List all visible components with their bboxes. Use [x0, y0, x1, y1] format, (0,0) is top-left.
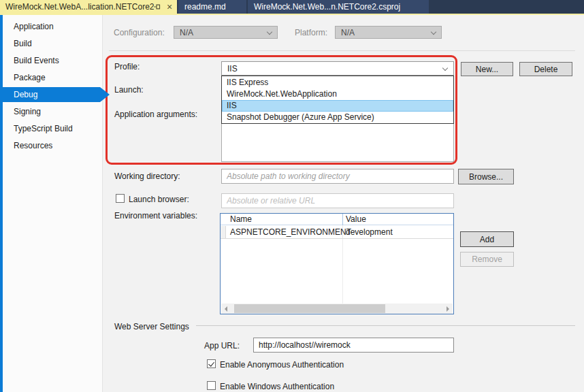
env-name-cell[interactable]: ASPNETCORE_ENVIRONMENT — [230, 226, 351, 238]
horizontal-scrollbar[interactable] — [221, 304, 453, 314]
add-button[interactable]: Add — [460, 231, 514, 247]
sidebar-item-resources[interactable]: Resources — [0, 138, 100, 153]
tab-label: WireMock.Net.WebA...lication.NETCore2 — [5, 2, 155, 12]
sidebar-item-label: Build — [14, 39, 32, 48]
configuration-label: Configuration: — [114, 28, 165, 37]
scrollbar-thumb[interactable] — [234, 304, 385, 313]
launch-label: Launch: — [114, 85, 144, 95]
profile-label: Profile: — [114, 62, 140, 71]
anonymous-auth-checkbox[interactable] — [207, 359, 216, 368]
working-directory-input[interactable] — [221, 169, 454, 184]
tab-bar-underline — [0, 14, 584, 15]
sidebar-item-typescript-build[interactable]: TypeScript Build — [0, 121, 100, 136]
tab-readme[interactable]: readme.md — [178, 0, 246, 14]
chevron-down-icon — [431, 29, 436, 35]
properties-nav-sidebar: Application Build Build Events Package D… — [0, 15, 103, 392]
sidebar-item-build-events[interactable]: Build Events — [0, 53, 100, 68]
environment-variables-label: Environment variables: — [114, 211, 197, 220]
sidebar-item-label: Signing — [14, 107, 41, 116]
configuration-value: N/A — [180, 28, 193, 37]
environment-variables-table: Name Value ASPNETCORE_ENVIRONMENT develo… — [220, 213, 454, 314]
launch-browser-url-input[interactable] — [221, 193, 454, 208]
sidebar-item-debug[interactable]: Debug — [0, 87, 100, 102]
button-label: Delete — [534, 65, 558, 74]
scroll-left-icon[interactable] — [221, 304, 231, 314]
profile-value: IIS — [227, 64, 238, 74]
option-label: Snapshot Debugger (Azure App Service) — [227, 112, 374, 122]
delete-button[interactable]: Delete — [519, 62, 572, 76]
sidebar-item-label: Application — [14, 22, 54, 31]
dropdown-option-snapshot-debugger[interactable]: Snapshot Debugger (Azure App Service) — [222, 112, 453, 123]
sidebar-item-label: Package — [14, 73, 46, 82]
new-button[interactable]: New... — [461, 62, 513, 76]
env-value-cell[interactable]: development — [346, 226, 393, 238]
table-row[interactable]: ASPNETCORE_ENVIRONMENT development — [221, 226, 453, 239]
check-icon — [208, 360, 214, 366]
tab-label: WireMock.Net.Web...n.NETCore2.csproj — [254, 2, 400, 12]
option-label: IIS — [227, 101, 237, 110]
dropdown-option-webapplication[interactable]: WireMock.Net.WebApplication — [222, 88, 453, 99]
platform-value: N/A — [341, 28, 355, 37]
sidebar-item-label: Debug — [14, 90, 37, 99]
web-server-settings-label: Web Server Settings — [114, 322, 189, 331]
windows-auth-checkbox[interactable] — [207, 381, 216, 390]
option-label: WireMock.Net.WebApplication — [227, 89, 337, 99]
profile-dropdown-list: IIS Express WireMock.Net.WebApplication … — [221, 76, 454, 124]
tab-csproj[interactable]: WireMock.Net.Web...n.NETCore2.csproj — [248, 0, 429, 14]
column-header-name[interactable]: Name — [230, 214, 252, 225]
sidebar-item-signing[interactable]: Signing — [0, 104, 100, 119]
button-label: Remove — [472, 255, 502, 264]
tab-label: readme.md — [184, 2, 226, 12]
sidebar-item-package[interactable]: Package — [0, 70, 100, 85]
option-label: IIS Express — [227, 78, 268, 87]
anonymous-auth-label: Enable Anonymous Authentication — [220, 360, 344, 370]
platform-label: Platform: — [295, 28, 327, 37]
configuration-dropdown[interactable]: N/A — [174, 26, 278, 39]
scroll-right-icon[interactable] — [442, 304, 453, 314]
dropdown-option-iis[interactable]: IIS — [222, 100, 453, 112]
sidebar-item-build[interactable]: Build — [0, 36, 100, 51]
platform-dropdown[interactable]: N/A — [335, 26, 442, 39]
section-divider — [196, 325, 575, 326]
sidebar-item-label: Build Events — [14, 56, 59, 65]
column-divider — [342, 214, 343, 225]
button-label: New... — [476, 65, 498, 74]
chevron-down-icon — [442, 65, 448, 71]
remove-button[interactable]: Remove — [460, 252, 514, 267]
document-tab-bar: WireMock.Net.WebA...lication.NETCore2 × … — [0, 0, 584, 14]
sidebar-item-label: TypeScript Build — [14, 124, 73, 133]
sidebar-item-application[interactable]: Application — [0, 19, 100, 34]
separator-line — [109, 50, 575, 51]
button-label: Browse... — [469, 172, 503, 182]
windows-auth-label: Enable Windows Authentication — [220, 382, 334, 391]
table-header-row: Name Value — [221, 214, 453, 225]
close-icon[interactable]: × — [165, 1, 174, 13]
dropdown-option-iis-express[interactable]: IIS Express — [222, 76, 453, 88]
application-arguments-label: Application arguments: — [114, 110, 197, 119]
launch-browser-checkbox[interactable] — [116, 194, 125, 203]
column-header-value[interactable]: Value — [346, 214, 366, 225]
chevron-down-icon — [267, 29, 272, 35]
app-url-label: App URL: — [204, 341, 240, 350]
tab-active-properties[interactable]: WireMock.Net.WebA...lication.NETCore2 — [0, 0, 177, 14]
profile-dropdown[interactable]: IIS — [221, 61, 454, 76]
browse-button[interactable]: Browse... — [458, 169, 514, 184]
app-url-input[interactable] — [253, 338, 454, 353]
selected-item-arrow — [100, 87, 110, 102]
button-label: Add — [480, 235, 494, 244]
working-directory-label: Working directory: — [114, 172, 180, 181]
pin-icon[interactable] — [153, 3, 161, 11]
sidebar-item-label: Resources — [14, 141, 52, 150]
launch-browser-label: Launch browser: — [129, 195, 189, 204]
